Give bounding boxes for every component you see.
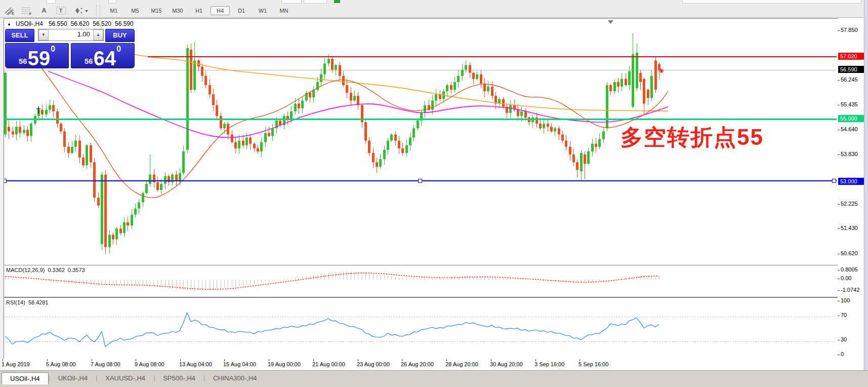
svg-text:F: F	[29, 12, 32, 15]
rsi-panel[interactable]	[4, 297, 838, 360]
rsi-label: RSI(14) 58.4281	[6, 299, 49, 305]
equidistant-channel-icon[interactable]: E	[2, 5, 17, 16]
symbol-tab-china300[interactable]: CHINA300-,H4	[205, 372, 265, 384]
buy-price-display[interactable]: 56 64 0	[71, 43, 135, 68]
scale-tick-label: 52.225	[841, 201, 858, 207]
scale-tick-label: 56.245	[841, 76, 858, 83]
toolbar-separator	[96, 5, 100, 16]
price-badge-55.000: 55.000	[838, 115, 865, 122]
time-axis[interactable]: 1 Aug 20195 Aug 08:007 Aug 08:009 Aug 08…	[0, 359, 863, 370]
price-scale[interactable]: 57.85056.24555.43554.64053.83052.22551.4…	[838, 18, 863, 359]
time-label: 26 Aug 20:00	[401, 361, 434, 367]
sell-price-pips: 0	[51, 45, 55, 54]
svg-text:T: T	[59, 8, 62, 14]
timeframe-m1[interactable]: M1	[104, 6, 123, 15]
scale-tick-label: 100	[841, 297, 850, 303]
volume-increase-button[interactable]: ▲	[93, 29, 103, 41]
drawing-toolbar: E F A T M1M5M15M30H1H4D1W1MN	[0, 4, 868, 18]
scale-tick-label: 0.00	[841, 275, 851, 281]
scale-tick-label: 50.620	[841, 250, 858, 256]
buy-price-big: 64	[94, 50, 116, 67]
sell-price-handle: 56	[19, 57, 27, 65]
scale-tick	[838, 270, 840, 270]
macd-title: MACD(12,26,9)	[6, 267, 45, 273]
one-click-trading-panel: SELL ▼ 1.00 ▲ BUY 56 59 0 56 64 0	[5, 29, 135, 66]
cropped-toolbar-row	[0, 0, 868, 4]
symbol-tab-xauusd[interactable]: XAUUSD-,H4	[97, 372, 153, 384]
macd-panel[interactable]	[4, 265, 838, 297]
time-label: 1 Aug 2019	[2, 361, 30, 367]
symbol-tab-usoil[interactable]: USOil-,H4	[2, 372, 49, 384]
price-badge-56.590: 56.590	[838, 66, 865, 73]
quote-open: 56.550	[49, 20, 67, 27]
time-label: 7 Aug 08:00	[91, 361, 120, 367]
time-label: 28 Aug 20:00	[445, 361, 478, 367]
timeframe-h1[interactable]: H1	[189, 6, 209, 15]
scale-tick	[838, 154, 840, 155]
collapse-arrow-icon[interactable]: ▲	[7, 22, 11, 26]
timeframe-m5[interactable]: M5	[126, 6, 145, 15]
chart-text-annotation[interactable]: 多空转折点55	[621, 123, 764, 152]
scale-tick-label: 54.640	[841, 126, 858, 132]
timeframe-m15[interactable]: M15	[147, 6, 166, 15]
scale-tick	[838, 204, 840, 205]
cropped-control	[304, 0, 327, 4]
scale-tick-label: 53.830	[841, 151, 858, 157]
cropped-control	[682, 0, 861, 4]
time-label: 9 Aug 08:00	[135, 361, 164, 367]
scale-tick	[838, 340, 840, 340]
scale-tick-label: 51.430	[841, 225, 858, 231]
scale-tick	[838, 80, 840, 81]
time-label: 13 Aug 04:00	[179, 361, 212, 367]
text-box-icon[interactable]: T	[54, 5, 69, 16]
price-badge-53.000: 53.000	[838, 178, 865, 185]
timeframe-mn[interactable]: MN	[274, 6, 294, 15]
time-label: 23 Aug 00:00	[357, 361, 390, 367]
timeframe-m30[interactable]: M30	[168, 6, 187, 15]
volume-input[interactable]: 1.00	[49, 29, 93, 41]
shapes-menu-icon[interactable]	[71, 5, 91, 16]
sell-button[interactable]: SELL	[5, 29, 34, 42]
time-label: 3 Sep 16:00	[534, 361, 564, 367]
time-label: 21 Aug 00:00	[312, 361, 345, 367]
sell-price-big: 59	[28, 50, 51, 67]
timeframe-h4[interactable]: H4	[211, 6, 230, 15]
scale-tick-label: -1.0742	[841, 287, 859, 293]
macd-chart-canvas[interactable]	[4, 265, 837, 296]
scale-tick	[838, 105, 840, 105]
scale-tick-label: 55.435	[841, 101, 858, 107]
volume-decrease-button[interactable]: ▼	[38, 29, 49, 41]
timeframe-d1[interactable]: D1	[232, 6, 251, 15]
scale-tick-label: 57.850	[841, 27, 858, 33]
buy-button[interactable]: BUY	[105, 29, 135, 42]
buy-price-handle: 56	[85, 57, 93, 65]
chart-quote-line: ▲ USOil-,H4 56.550 56.620 56.520 56.590	[7, 20, 137, 27]
macd-value-signal: 0.3573	[68, 267, 85, 273]
scale-tick	[838, 254, 840, 254]
cropped-control	[334, 0, 340, 3]
scale-tick-label: 70	[841, 312, 847, 318]
macd-label: MACD(12,26,9) 0.3362 0.3573	[6, 267, 85, 273]
cropped-control	[108, 0, 116, 4]
sell-price-display[interactable]: 56 59 0	[5, 43, 69, 68]
scale-tick	[838, 228, 840, 229]
rsi-chart-canvas[interactable]	[4, 298, 837, 358]
symbol-tab-ukoil[interactable]: UKOil-,H4	[50, 372, 96, 384]
text-label-icon[interactable]: A	[36, 5, 52, 16]
rsi-title: RSI(14)	[6, 299, 25, 305]
scale-tick	[838, 130, 840, 130]
rsi-value: 58.4281	[28, 299, 49, 305]
macd-value-main: 0.3362	[48, 267, 65, 273]
fibonacci-retracement-icon[interactable]: F	[19, 5, 34, 16]
quote-close: 56.590	[115, 20, 134, 27]
quote-high: 56.620	[71, 20, 90, 27]
scale-tick	[838, 290, 840, 291]
cropped-control	[281, 0, 302, 4]
symbol-tab-sp500[interactable]: SP500-,H4	[155, 372, 203, 384]
window-edge-strip	[864, 0, 868, 387]
symbol-title: USOil-,H4	[16, 20, 43, 27]
time-label: 15 Aug 04:00	[223, 361, 256, 367]
timeframe-w1[interactable]: W1	[253, 6, 272, 15]
time-label: 5 Sep 16:00	[578, 361, 608, 367]
time-label: 19 Aug 00:00	[268, 361, 301, 367]
